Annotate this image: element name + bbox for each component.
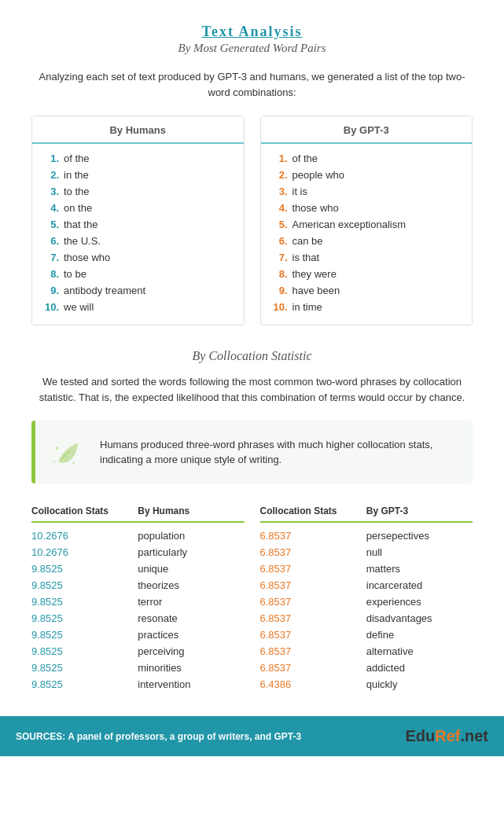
footer-sources: SOURCES: A panel of professors, a group … [16, 731, 301, 742]
list-item: 1.of the [270, 150, 463, 167]
table-row: 9.8525unique [31, 561, 245, 577]
svg-text:✦: ✦ [72, 461, 75, 465]
list-item: 8.to be [42, 266, 234, 282]
stat-num: 9.8525 [31, 629, 138, 641]
word-num: 9. [270, 285, 292, 296]
stat-num: 10.2676 [31, 546, 138, 558]
stat-num: 6.8537 [260, 612, 366, 624]
stat-word: perceiving [138, 645, 244, 657]
word-text: the U.S. [64, 235, 101, 247]
table-row: 6.4386quickly [260, 676, 473, 693]
table-row: 6.8537experiences [260, 594, 473, 610]
word-num: 7. [42, 252, 64, 263]
subtitle: By Most Generated Word Pairs [31, 42, 473, 55]
word-num: 1. [42, 153, 64, 164]
table-row: 9.8525resonate [31, 610, 245, 627]
table-row: 6.8537matters [260, 561, 473, 577]
sources-text: A panel of professors, a group of writer… [65, 731, 301, 742]
word-text: in time [292, 301, 322, 313]
word-num: 4. [270, 202, 292, 214]
humans-column-header: By Humans [32, 116, 244, 144]
list-item: 3.to the [42, 183, 234, 200]
brand-ref: Ref [435, 727, 460, 744]
list-item: 10.we will [42, 299, 234, 315]
footer: SOURCES: A panel of professors, a group … [0, 716, 504, 756]
list-item: 7.those who [42, 249, 234, 266]
list-item: 5.American exceptionalism [270, 216, 463, 233]
stat-num: 10.2676 [31, 530, 138, 542]
main-title: Text Analysis [31, 24, 473, 40]
stat-word: incarcerated [366, 579, 473, 591]
word-num: 8. [270, 268, 292, 280]
table-row: 9.8525practices [31, 627, 245, 643]
list-item: 4.on the [42, 200, 234, 216]
list-item: 10.in time [270, 299, 463, 315]
stat-word: intervention [138, 678, 244, 690]
word-text: we will [64, 301, 94, 313]
word-text: is that [292, 252, 320, 263]
stat-num: 6.4386 [260, 678, 366, 690]
word-text: on the [64, 202, 92, 214]
list-item: 6.can be [270, 233, 463, 249]
brand-net: .net [460, 727, 488, 744]
stat-num: 6.8537 [260, 596, 366, 608]
stat-word: addicted [366, 662, 473, 674]
stat-word: terror [138, 596, 244, 608]
word-num: 10. [270, 301, 292, 313]
footer-brand: EduRef.net [405, 727, 488, 745]
word-num: 4. [42, 202, 64, 214]
leaf-icon: ✦ ✦ ✦ [50, 433, 87, 471]
stats-gpt3-col2-head: By GPT-3 [366, 505, 473, 516]
stat-num: 6.8537 [260, 530, 366, 542]
word-num: 10. [42, 301, 64, 313]
word-text: American exceptionalism [292, 219, 407, 230]
word-num: 8. [42, 268, 64, 280]
stats-humans-col2-head: By Humans [138, 505, 244, 516]
table-row: 6.8537addicted [260, 660, 473, 676]
list-item: 6.the U.S. [42, 233, 234, 249]
word-text: can be [292, 235, 323, 247]
list-item: 9.antibody treament [42, 282, 234, 299]
word-text: have been [292, 285, 340, 296]
table-row: 10.2676population [31, 527, 245, 544]
stat-num: 9.8525 [31, 579, 138, 591]
stat-word: persepectives [366, 530, 473, 542]
stat-num: 6.8537 [260, 546, 366, 558]
table-row: 9.8525theorizes [31, 577, 245, 594]
stat-word: resonate [138, 612, 244, 624]
gpt3-column: By GPT-3 1.of the2.people who3.it is4.th… [260, 116, 473, 325]
word-text: to be [64, 268, 86, 280]
word-text: it is [292, 186, 308, 197]
stat-word: theorizes [138, 579, 244, 591]
stat-word: null [366, 546, 473, 558]
word-text: those who [64, 252, 110, 263]
table-row: 6.8537null [260, 544, 473, 561]
word-text: they were [292, 268, 337, 280]
table-row: 6.8537incarcerated [260, 577, 473, 594]
stat-num: 9.8525 [31, 596, 138, 608]
table-row: 6.8537define [260, 627, 473, 643]
sources-label: SOURCES: [16, 731, 65, 742]
table-row: 6.8537persepectives [260, 527, 473, 544]
stat-word: practices [138, 629, 244, 641]
word-num: 7. [270, 252, 292, 263]
stats-humans-header: Collocation Stats By Humans [31, 505, 245, 516]
stats-gpt3-col1-head: Collocation Stats [260, 505, 366, 516]
list-item: 9.have been [270, 282, 463, 299]
stats-humans-col: Collocation Stats By Humans 10.2676popul… [31, 505, 245, 693]
stat-word: minorities [138, 662, 244, 674]
word-num: 1. [270, 153, 292, 164]
word-text: people who [292, 169, 345, 181]
stat-num: 6.8537 [260, 563, 366, 575]
highlight-box: ✦ ✦ ✦ Humans produced three-word phrases… [31, 421, 473, 483]
stats-humans-divider [31, 521, 245, 523]
stats-humans-rows: 10.2676population10.2676particularly9.85… [31, 527, 245, 693]
stat-word: experiences [366, 596, 473, 608]
humans-column-body: 1.of the2.in the3.to the4.on the5.that t… [32, 144, 244, 325]
table-row: 6.8537alternative [260, 643, 473, 660]
list-item: 5.that the [42, 216, 234, 233]
intro-text: Analyzing each set of text produced by G… [31, 69, 473, 100]
word-text: antibody treament [64, 285, 145, 296]
word-num: 5. [42, 219, 64, 230]
stats-gpt3-divider [260, 521, 473, 523]
